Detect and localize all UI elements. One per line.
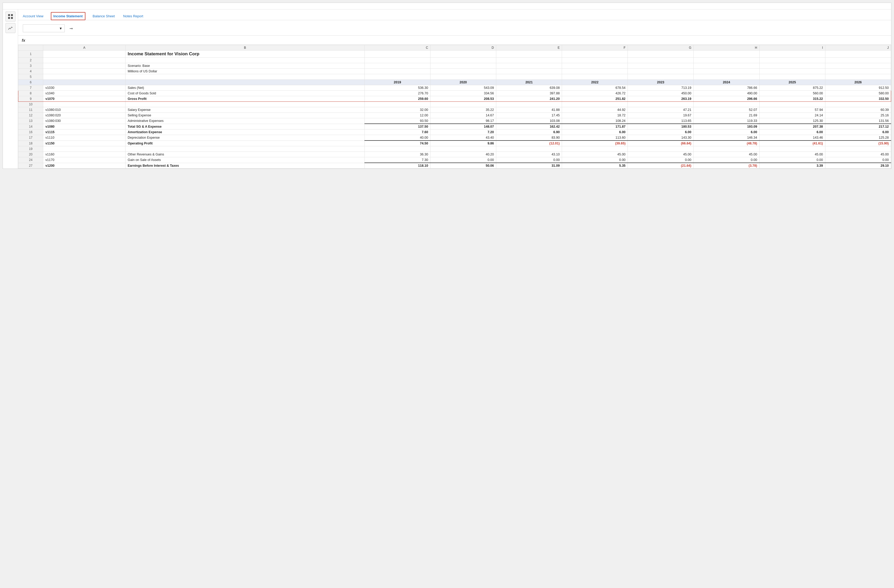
cell-data[interactable] [562,57,628,63]
cell-data[interactable]: 6.00 [693,130,759,135]
cell-data[interactable] [825,69,891,74]
cell-data[interactable] [364,74,430,80]
cell-data[interactable] [759,146,825,152]
cell-data[interactable]: 57.94 [759,107,825,113]
cell-data[interactable]: 36.30 [364,152,430,157]
cell-data[interactable]: 7.60 [364,130,430,135]
cell-data[interactable] [496,63,562,69]
cell-data[interactable] [759,51,825,57]
cell-data[interactable]: 103.08 [496,118,562,124]
cell-data[interactable]: 251.82 [562,96,628,102]
table-row[interactable]: 14v1080Total SG & A Expense137.50148.071… [18,124,891,130]
cell-data[interactable]: 9.86 [430,141,496,146]
table-row[interactable]: 12v1080:020Selling Expense12.0014.6717.4… [18,113,891,118]
cell-data[interactable]: 125.30 [759,118,825,124]
cell-data[interactable]: 713.19 [628,85,693,91]
cell-data[interactable] [693,102,759,107]
cell-b[interactable]: Earnings Before Interest & Taxes [125,163,364,169]
cell-data[interactable] [496,69,562,74]
table-row[interactable]: 27v1200Earnings Before Interest & Taxes1… [18,163,891,169]
cell-data[interactable]: 131.56 [825,118,891,124]
cell-data[interactable]: 6.90 [496,130,562,135]
table-row[interactable]: 16v1115Amortization Expense7.607.206.906… [18,130,891,135]
cell-data[interactable]: 334.56 [430,91,496,96]
cell-data[interactable]: 6.00 [628,130,693,135]
table-row[interactable]: 5 [18,74,891,80]
cell-data[interactable]: 60.39 [825,107,891,113]
cell-data[interactable]: 639.08 [496,85,562,91]
cell-data[interactable]: 259.60 [364,96,430,102]
cell-data[interactable] [562,146,628,152]
cell-data[interactable]: 0.00 [496,157,562,163]
cell-data[interactable]: 25.16 [825,113,891,118]
cell-a[interactable] [43,63,125,69]
cell-b[interactable] [125,146,364,152]
cell-data[interactable]: 786.66 [693,85,759,91]
cell-b[interactable]: Administrative Expenses [125,118,364,124]
cell-data[interactable]: 7.20 [430,130,496,135]
cell-data[interactable] [430,57,496,63]
cell-data[interactable]: 490.00 [693,91,759,96]
cell-data[interactable] [693,57,759,63]
cell-data[interactable]: 0.00 [628,157,693,163]
cell-data[interactable]: (21.64) [628,163,693,169]
cell-data[interactable]: 276.70 [364,91,430,96]
cell-data[interactable]: (39.65) [562,141,628,146]
cell-data[interactable]: 2026 [825,80,891,85]
cell-data[interactable]: 193.09 [693,124,759,130]
cell-data[interactable]: 6.00 [562,130,628,135]
cell-data[interactable] [430,69,496,74]
cell-data[interactable]: 43.40 [430,135,496,141]
cell-data[interactable] [825,51,891,57]
cell-data[interactable]: 148.07 [430,124,496,130]
cell-data[interactable] [693,74,759,80]
cell-data[interactable]: 2019 [364,80,430,85]
cell-data[interactable] [430,51,496,57]
cell-data[interactable]: 119.33 [693,118,759,124]
cell-data[interactable]: 35.22 [430,107,496,113]
table-row[interactable]: 7v1030Sales (Net)536.30543.09639.08678.5… [18,85,891,91]
cell-data[interactable] [430,63,496,69]
cell-data[interactable]: 98.17 [430,118,496,124]
cell-b[interactable]: Income Statement for Vision Corp [125,51,364,57]
cell-data[interactable]: 146.34 [693,135,759,141]
tab-notes-report[interactable]: Notes Report [122,12,144,20]
cell-data[interactable]: 137.50 [364,124,430,130]
cell-data[interactable]: 0.00 [562,157,628,163]
cell-data[interactable]: 0.00 [693,157,759,163]
cell-data[interactable] [628,74,693,80]
cell-a[interactable]: v1040 [43,91,125,96]
cell-data[interactable]: 113.60 [562,135,628,141]
cell-data[interactable]: 208.53 [430,96,496,102]
cell-b[interactable]: Operating Profit [125,141,364,146]
cell-data[interactable] [759,74,825,80]
cell-a[interactable]: v1170 [43,157,125,163]
cell-a[interactable]: v1080 [43,124,125,130]
cell-data[interactable]: 125.28 [825,135,891,141]
cell-b[interactable]: Amortization Expense [125,130,364,135]
cell-a[interactable]: v1080:010 [43,107,125,113]
table-row[interactable]: 1Income Statement for Vision Corp [18,51,891,57]
cell-b[interactable]: Selling Expense [125,113,364,118]
cell-data[interactable] [628,51,693,57]
cell-data[interactable] [364,57,430,63]
cell-data[interactable]: 5.35 [562,163,628,169]
cell-b[interactable]: Salary Expense [125,107,364,113]
formula-input[interactable] [28,37,888,43]
cell-b[interactable]: Total SG & A Expense [125,124,364,130]
cell-data[interactable] [562,63,628,69]
cell-a[interactable] [43,51,125,57]
cell-data[interactable]: 2023 [628,80,693,85]
cell-data[interactable]: 0.00 [430,157,496,163]
cell-a[interactable] [43,69,125,74]
cell-data[interactable]: 332.50 [825,96,891,102]
cell-b[interactable]: Millions of US Dollar [125,69,364,74]
cell-data[interactable]: 74.50 [364,141,430,146]
cell-a[interactable] [43,57,125,63]
cell-a[interactable] [43,80,125,85]
cell-data[interactable] [562,51,628,57]
cell-data[interactable]: 43.10 [496,152,562,157]
cell-data[interactable] [628,57,693,63]
table-row[interactable]: 24v1170Gain on Sale of Assets7.300.000.0… [18,157,891,163]
table-row[interactable]: 620192020202120222023202420252026 [18,80,891,85]
